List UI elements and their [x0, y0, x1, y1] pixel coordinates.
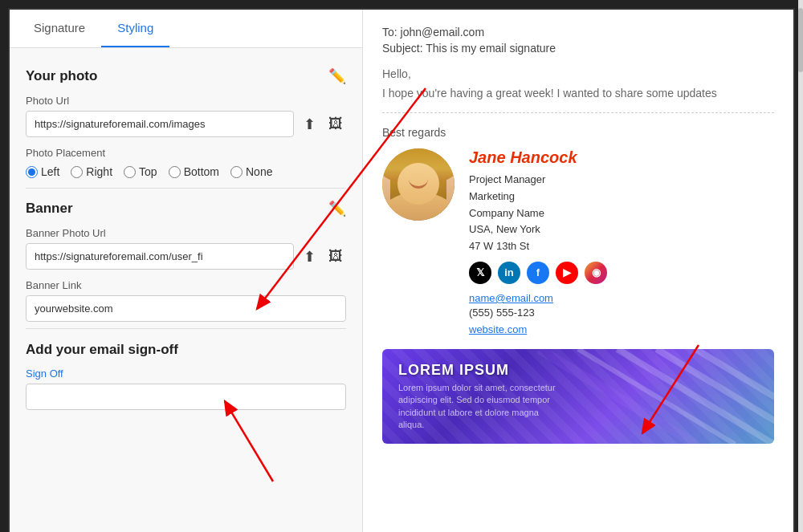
- sig-name: Jane Hancock: [469, 148, 774, 167]
- divider-1: [26, 188, 346, 189]
- social-youtube[interactable]: ▶: [556, 262, 578, 284]
- banner-section-header: Banner ✏️: [26, 200, 346, 217]
- best-regards: Best regards: [382, 126, 774, 139]
- photo-image-btn[interactable]: 🖼: [325, 112, 346, 136]
- signoff-section: Add your email sign-off Sign Off: [26, 342, 346, 410]
- photo-url-input[interactable]: [26, 111, 294, 137]
- signoff-input[interactable]: [26, 384, 346, 410]
- banner-url-row: ⬆ 🖼: [26, 243, 346, 270]
- photo-placement-group: Left Right Top Bottom None: [26, 165, 346, 178]
- tab-signature[interactable]: Signature: [18, 10, 101, 47]
- banner-title: LOREM IPSUM: [398, 362, 559, 379]
- email-body: I hope you're having a great week! I wan…: [382, 87, 774, 113]
- banner-area: LOREM IPSUM Lorem ipsum dolor sit amet, …: [382, 349, 774, 445]
- email-to: To: john@email.com: [382, 26, 774, 39]
- svg-line-4: [539, 349, 695, 445]
- photo-section-title: Your photo: [26, 68, 97, 84]
- signature-block: Jane Hancock Project Manager Marketing C…: [382, 148, 774, 336]
- banner-section-title: Banner: [26, 201, 73, 217]
- sig-location: USA, New York: [469, 221, 774, 238]
- signoff-header: Add your email sign-off: [26, 342, 346, 358]
- social-facebook[interactable]: f: [527, 262, 549, 284]
- email-subject: Subject: This is my email signature: [382, 42, 774, 55]
- sig-info: Jane Hancock Project Manager Marketing C…: [469, 148, 774, 336]
- banner-url-label: Banner Photo Url: [26, 227, 346, 239]
- signoff-title: Add your email sign-off: [26, 342, 178, 358]
- sig-address: 47 W 13th St: [469, 238, 774, 255]
- placement-none[interactable]: None: [230, 165, 272, 178]
- banner-edit-icon[interactable]: ✏️: [328, 200, 346, 217]
- photo-placement-label: Photo Placement: [26, 147, 346, 159]
- tab-styling[interactable]: Styling: [101, 10, 169, 47]
- banner-subtitle: Lorem ipsum dolor sit amet, consectetur …: [398, 382, 559, 432]
- placement-left[interactable]: Left: [26, 165, 59, 178]
- social-instagram[interactable]: ◉: [585, 262, 607, 284]
- photo-section-header: Your photo ✏️: [26, 67, 346, 85]
- photo-upload-btn[interactable]: ⬆: [300, 112, 319, 136]
- banner-text-block: LOREM IPSUM Lorem ipsum dolor sit amet, …: [398, 362, 559, 432]
- panel-content: Your photo ✏️ Photo Url ⬆ 🖼 Photo Placem…: [10, 48, 362, 429]
- banner-link-row: [26, 295, 346, 322]
- placement-right[interactable]: Right: [71, 165, 112, 178]
- social-icons: 𝕏 in f ▶ ◉: [469, 262, 774, 284]
- social-linkedin[interactable]: in: [498, 262, 520, 284]
- tab-bar: Signature Styling: [10, 10, 362, 48]
- banner-url-input[interactable]: [26, 243, 294, 270]
- banner-link-label: Banner Link: [26, 279, 346, 291]
- signoff-input-row: [26, 384, 346, 410]
- sig-company: Company Name: [469, 205, 774, 222]
- sig-department: Marketing: [469, 189, 774, 205]
- photo-edit-icon[interactable]: ✏️: [328, 67, 346, 85]
- right-panel: To: john@email.com Subject: This is my e…: [363, 10, 793, 532]
- social-x[interactable]: 𝕏: [469, 262, 491, 284]
- sig-email-link[interactable]: name@email.com: [469, 292, 553, 304]
- email-hello: Hello,: [382, 67, 774, 80]
- svg-line-3: [578, 349, 735, 445]
- sig-social-row: 𝕏 in f ▶ ◉: [469, 262, 774, 284]
- placement-top[interactable]: Top: [124, 165, 157, 178]
- banner-upload-btn[interactable]: ⬆: [300, 245, 319, 269]
- left-panel: Signature Styling Your photo ✏️ Photo Ur…: [10, 10, 363, 532]
- sig-phone: (555) 555-123: [469, 307, 535, 319]
- banner-image-btn[interactable]: 🖼: [325, 245, 346, 268]
- app-container: Signature Styling Your photo ✏️ Photo Ur…: [8, 8, 795, 532]
- profile-photo: [382, 148, 454, 221]
- svg-line-0: [618, 349, 774, 445]
- sig-title: Project Manager: [469, 172, 774, 189]
- sig-website[interactable]: website.com: [469, 323, 527, 335]
- placement-bottom[interactable]: Bottom: [169, 165, 219, 178]
- photo-url-label: Photo Url: [26, 95, 346, 107]
- divider-2: [26, 328, 346, 329]
- banner-link-input[interactable]: [26, 295, 346, 322]
- signoff-label: Sign Off: [26, 368, 346, 380]
- photo-url-row: ⬆ 🖼: [26, 111, 346, 137]
